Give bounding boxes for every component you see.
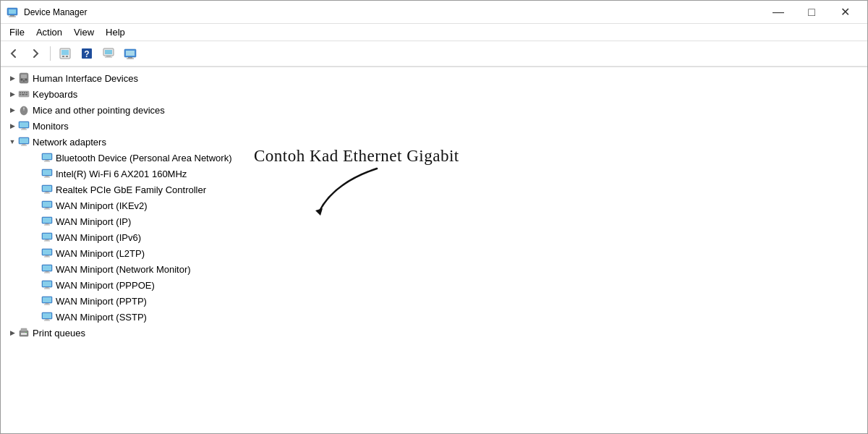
window-title: Device Manager — [24, 7, 762, 17]
device-button[interactable] — [120, 43, 140, 64]
keyboards-label: Keyboards — [33, 89, 77, 100]
svg-rect-29 — [22, 94, 25, 95]
svg-rect-41 — [21, 145, 27, 146]
expander-mice[interactable] — [7, 104, 18, 116]
tree-item-wan-ipv6[interactable]: WAN Miniport (IPv6) — [24, 229, 867, 245]
forward-icon — [30, 48, 41, 59]
scan-icon — [102, 47, 115, 60]
svg-rect-83 — [43, 313, 51, 318]
menu-action[interactable]: Action — [30, 25, 68, 39]
svg-rect-89 — [25, 332, 27, 333]
svg-rect-71 — [43, 265, 51, 271]
menu-help[interactable]: Help — [100, 25, 131, 39]
content-area: Human Interface Devices — [1, 67, 867, 433]
tree-item-wan-l2tp[interactable]: WAN Miniport (L2TP) — [24, 245, 867, 261]
hid-label: Human Interface Devices — [33, 73, 138, 84]
back-button[interactable] — [4, 43, 24, 64]
svg-rect-80 — [46, 303, 49, 305]
help-button[interactable]: ? — [77, 43, 97, 64]
tree-item-wan-sstp[interactable]: WAN Miniport (SSTP) — [24, 309, 867, 325]
svg-point-33 — [23, 108, 25, 109]
svg-rect-3 — [9, 16, 16, 17]
tree-item-wan-ikev2[interactable]: WAN Miniport (IKEv2) — [24, 197, 867, 213]
svg-rect-36 — [22, 128, 26, 129]
wan-ip-label: WAN Miniport (IP) — [56, 216, 131, 227]
device-tree[interactable]: Human Interface Devices — [1, 67, 867, 433]
close-button[interactable]: ✕ — [828, 1, 861, 23]
expander-print[interactable] — [7, 327, 18, 339]
svg-rect-45 — [44, 161, 50, 162]
wan-ipv6-icon — [41, 231, 53, 243]
tree-item-network[interactable]: Network adapters — [1, 134, 867, 150]
wifi-icon — [41, 168, 53, 179]
tree-item-hid[interactable]: Human Interface Devices — [1, 70, 867, 86]
svg-rect-64 — [46, 239, 49, 241]
svg-rect-1 — [9, 9, 16, 14]
svg-rect-28 — [20, 94, 21, 95]
svg-rect-5 — [61, 50, 69, 55]
tree-item-wan-pptp[interactable]: WAN Miniport (PPTP) — [24, 293, 867, 309]
tree-item-keyboards[interactable]: Keyboards — [1, 86, 867, 102]
menu-file[interactable]: File — [4, 25, 30, 39]
wan-pppoe-label: WAN Miniport (PPPOE) — [56, 280, 155, 291]
properties-button[interactable] — [55, 43, 75, 64]
expander-hid[interactable] — [7, 72, 18, 84]
svg-rect-35 — [20, 122, 28, 127]
scan-button[interactable] — [98, 43, 119, 64]
svg-rect-84 — [46, 319, 49, 320]
wan-sstp-label: WAN Miniport (SSTP) — [56, 312, 147, 323]
tree-item-bluetooth[interactable]: Bluetooth Device (Personal Area Network) — [24, 150, 867, 166]
svg-rect-27 — [26, 93, 27, 94]
network-label: Network adapters — [33, 137, 106, 148]
svg-rect-11 — [105, 50, 112, 54]
mice-label: Mice and other pointing devices — [33, 105, 165, 116]
tree-item-wan-pppoe[interactable]: WAN Miniport (PPPOE) — [24, 277, 867, 293]
svg-rect-65 — [44, 241, 50, 242]
device-manager-window: Device Manager — □ ✕ File Action View He… — [0, 0, 868, 434]
tree-item-monitors[interactable]: Monitors — [1, 118, 867, 134]
svg-rect-37 — [21, 129, 27, 130]
svg-rect-39 — [20, 138, 28, 143]
expander-network[interactable] — [7, 136, 18, 148]
svg-rect-44 — [46, 160, 49, 161]
svg-point-20 — [21, 79, 23, 81]
mouse-icon — [18, 104, 30, 116]
tree-item-mice[interactable]: Mice and other pointing devices — [1, 102, 867, 118]
title-bar: Device Manager — □ ✕ — [1, 1, 867, 24]
svg-rect-7 — [66, 56, 68, 57]
wan-ipv6-label: WAN Miniport (IPv6) — [56, 232, 141, 243]
expander-monitors[interactable] — [7, 120, 18, 132]
svg-rect-15 — [126, 51, 135, 56]
device-icon — [124, 47, 137, 60]
svg-rect-51 — [43, 186, 51, 191]
svg-rect-24 — [20, 93, 21, 94]
print-label: Print queues — [33, 328, 85, 339]
properties-icon — [59, 47, 72, 60]
svg-rect-68 — [46, 255, 49, 257]
wan-ip-icon — [41, 216, 53, 227]
tree-item-wifi[interactable]: Intel(R) Wi-Fi 6 AX201 160MHz — [24, 166, 867, 182]
svg-text:?: ? — [84, 49, 89, 59]
realtek-icon — [41, 184, 53, 195]
wifi-label: Intel(R) Wi-Fi 6 AX201 160MHz — [56, 169, 187, 179]
help-icon: ? — [80, 47, 93, 60]
svg-rect-56 — [46, 208, 49, 209]
maximize-button[interactable]: □ — [795, 1, 828, 23]
tree-item-wan-ip[interactable]: WAN Miniport (IP) — [24, 213, 867, 229]
tree-item-wan-netmon[interactable]: WAN Miniport (Network Monitor) — [24, 261, 867, 277]
back-icon — [8, 48, 20, 59]
expander-keyboards[interactable] — [7, 88, 18, 100]
svg-rect-77 — [44, 289, 50, 289]
tree-item-print[interactable]: Print queues — [1, 325, 867, 341]
menu-view[interactable]: View — [68, 25, 100, 39]
svg-point-21 — [25, 79, 27, 81]
tree-item-realtek[interactable]: Realtek PCIe GbE Family Controller — [24, 182, 867, 197]
svg-rect-30 — [25, 94, 27, 95]
svg-rect-26 — [24, 93, 25, 94]
svg-rect-40 — [22, 144, 26, 145]
svg-rect-60 — [46, 224, 49, 225]
minimize-button[interactable]: — — [762, 1, 795, 23]
svg-rect-87 — [21, 333, 27, 335]
forward-button[interactable] — [25, 43, 46, 64]
monitors-label: Monitors — [33, 121, 69, 132]
